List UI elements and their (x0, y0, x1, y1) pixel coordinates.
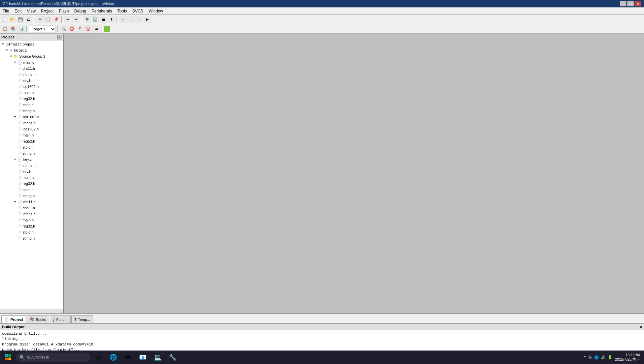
tb-cut[interactable]: ✂ (36, 16, 44, 23)
menu-flash[interactable]: Flash (56, 8, 71, 14)
menu-window[interactable]: Window (146, 8, 166, 14)
tb-project-panel[interactable]: 📋 (1, 25, 9, 33)
dht11-intrins[interactable]: 📄 intrins.h (0, 211, 63, 217)
tb-build[interactable]: ⚙ (84, 16, 91, 23)
file-icon: 📄 (18, 127, 22, 131)
file-icon: 📄 (18, 206, 22, 210)
tb-next-breakpoint[interactable]: ⏭ (92, 25, 100, 33)
tb-rebuild[interactable]: 🔄 (92, 16, 99, 23)
label: intrins.h (22, 212, 36, 216)
key-c[interactable]: ▼ 📄 key.c (0, 156, 63, 162)
dht11-mainh[interactable]: 📄 main.h (0, 217, 63, 223)
main-c-lcd1602h[interactable]: 📄 lcd1602.h (0, 84, 63, 90)
tb-copy[interactable]: 📋 (44, 16, 52, 23)
target-select[interactable]: Target 1 (29, 26, 56, 32)
source-group-1[interactable]: ▼ 📁 Source Group 1 (0, 53, 63, 59)
lcd1602-c[interactable]: ▼ 📄 lcd1602.c (0, 114, 63, 120)
lcd-reg52h[interactable]: 📄 reg52.h (0, 138, 63, 144)
tb-open[interactable]: 📂 (9, 16, 16, 23)
main-c-stdioh[interactable]: 📄 stdio.h (0, 102, 63, 108)
tab-books[interactable]: 📚 Books (27, 315, 49, 323)
taskbar-app2[interactable]: 🔧 (166, 351, 179, 363)
sep-5 (26, 26, 28, 32)
maximize-button[interactable]: □ (627, 1, 634, 6)
tb-stop[interactable]: ⏹ (100, 16, 107, 23)
menu-peripherals[interactable]: Peripherals (89, 8, 115, 14)
lcd-mainh[interactable]: 📄 main.h (0, 132, 63, 138)
clock-date[interactable]: 16:11:84 2022/7/25/周一 (615, 353, 640, 362)
tb-run-to-cursor[interactable]: ▶ (143, 16, 151, 23)
build-output-close[interactable]: × (640, 325, 642, 329)
dht11-stringh[interactable]: 📄 string.h (0, 235, 63, 241)
taskbar-store[interactable]: 🛍 (121, 351, 135, 363)
menu-tools[interactable]: Tools (115, 8, 130, 14)
dht11-c[interactable]: ▼ 📄 dht11.c (0, 199, 63, 205)
project-root[interactable]: ▼ 🗂 Project: project (0, 41, 63, 47)
key-stdioh[interactable]: 📄 stdio.h (0, 187, 63, 193)
tb-undo[interactable]: ↩ (64, 16, 71, 23)
tb-books-panel[interactable]: 📚 (9, 25, 17, 33)
horizontal-scrollbar[interactable] (0, 309, 63, 313)
main-c-keyh[interactable]: 📄 key.h (0, 78, 63, 84)
tb-save-all[interactable]: 🗂 (25, 16, 32, 23)
minimize-button[interactable]: ─ (620, 1, 626, 6)
dht11-stdioh[interactable]: 📄 stdio.h (0, 229, 63, 235)
tb-clear-breakpoints[interactable]: 🚫 (84, 25, 92, 33)
dht11-dht11h[interactable]: 📄 dht11.h (0, 205, 63, 211)
menu-bar: File Edit View Project Flash Debug Perip… (0, 7, 644, 15)
taskbar-app1[interactable]: 💻 (151, 351, 164, 363)
file-icon: 📄 (18, 164, 22, 168)
tb-debug-start[interactable]: 🔍 (60, 25, 67, 33)
main-c-stringh[interactable]: 📄 string.h (0, 108, 63, 114)
start-button[interactable] (1, 351, 15, 363)
main-c-intrins[interactable]: 📄 intrins.h (0, 71, 63, 78)
key-keyh[interactable]: 📄 key.h (0, 169, 63, 175)
tb-download[interactable]: ⬇ (108, 16, 115, 23)
dht11-reg32h[interactable]: 📄 reg32.h (0, 223, 63, 229)
menu-project[interactable]: Project (38, 8, 56, 14)
target-1[interactable]: ▼ ⚙ Target 1 (0, 47, 63, 53)
tb-save[interactable]: 💾 (17, 16, 24, 23)
main-c[interactable]: ▼ 📄 main.c (0, 59, 63, 65)
tab-func[interactable]: ƒ Func... (50, 315, 71, 323)
menu-view[interactable]: View (24, 8, 38, 14)
label: main.h (22, 218, 34, 222)
tb-paste[interactable]: 📌 (53, 16, 60, 23)
main-c-dht11h[interactable]: 📄 dht11.h (0, 65, 63, 71)
taskbar-edge[interactable]: 🌐 (106, 351, 120, 363)
tb-step-into[interactable]: ↓ (127, 16, 135, 23)
clock-time: 16:11:84 (615, 353, 640, 357)
taskbar-mail[interactable]: 📧 (136, 351, 150, 363)
tray-arrow[interactable]: ⌃ (583, 355, 586, 360)
tb-output-panel[interactable]: 📊 (18, 25, 25, 33)
key-stringh[interactable]: 📄 string.h (0, 193, 63, 199)
menu-edit[interactable]: Edit (12, 8, 24, 14)
panel-close-button[interactable]: × (57, 35, 62, 39)
tab-project[interactable]: 📋 Project (1, 315, 26, 323)
menu-file[interactable]: File (0, 8, 12, 14)
main-c-reg32h[interactable]: 📄 reg32.h (0, 96, 63, 102)
tab-temp[interactable]: T Temp... (71, 315, 93, 323)
taskbar-file-explorer[interactable]: 🗂 (92, 351, 105, 363)
menu-debug[interactable]: Debug (72, 8, 89, 14)
tb-step-over[interactable]: → (119, 16, 127, 23)
input-method-indicator[interactable]: 英 (588, 355, 592, 360)
key-mainh[interactable]: 📄 main.h (0, 175, 63, 181)
lcd-intrins[interactable]: 📄 intrins.h (0, 120, 63, 126)
tb-highlight[interactable] (104, 26, 110, 32)
main-c-mainh[interactable]: 📄 main.h (0, 90, 63, 96)
lcd-stringh[interactable]: 📄 string.h (0, 150, 63, 156)
key-reg32h[interactable]: 📄 reg32.h (0, 181, 63, 187)
tb-show-breakpoints[interactable]: 📍 (76, 25, 84, 33)
tb-breakpoint[interactable]: ⭕ (68, 25, 75, 33)
menu-svcs[interactable]: SVCS (130, 8, 146, 14)
tb-new[interactable]: 📄 (1, 16, 8, 23)
lcd-lcd1602h[interactable]: 📄 lcd1602.h (0, 126, 63, 132)
close-button[interactable]: ✕ (635, 1, 641, 6)
key-intrins[interactable]: 📄 intrins.h (0, 162, 63, 169)
lcd-stdioh[interactable]: 📄 stdio.h (0, 144, 63, 150)
tb-step-out[interactable]: ↑ (135, 16, 143, 23)
taskbar-search[interactable]: 🔍 输入你想搜索 (16, 353, 90, 362)
svg-rect-3 (8, 358, 11, 360)
tb-redo[interactable]: ↪ (72, 16, 79, 23)
